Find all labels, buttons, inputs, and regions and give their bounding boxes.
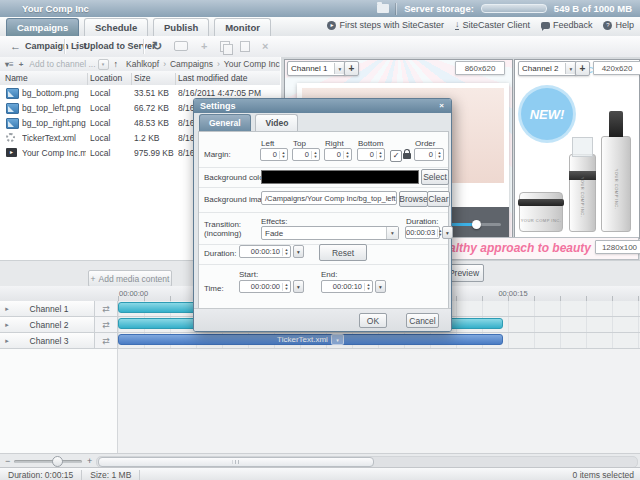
transition-duration-spinner[interactable]: 00:00:03 ▲▼ (405, 226, 440, 239)
add-media-content-button[interactable]: + Add media content (88, 270, 172, 287)
channel1-add-button[interactable]: + (344, 61, 359, 76)
zoom-in-button[interactable]: + (87, 456, 92, 466)
add-to-channel-dropdown[interactable]: Add to channel ... (29, 59, 95, 69)
resize-handle-icon[interactable]: ⇄ (95, 301, 118, 316)
chevron-down-icon[interactable]: ▾ (331, 334, 344, 345)
start-time-spinner[interactable]: 00:00:00 ▲▼ (239, 280, 291, 293)
ok-button[interactable]: OK (359, 313, 387, 328)
expand-icon[interactable]: ▸ (0, 321, 14, 329)
help-link[interactable]: ? Help (603, 20, 634, 30)
close-icon[interactable]: × (436, 100, 447, 111)
spinner-arrows[interactable]: ▲▼ (435, 151, 443, 159)
channel-row: ▸ Channel 3 ⇄ TickerText.xml ▾ (0, 333, 640, 349)
dialog-tab-video[interactable]: Video (255, 114, 298, 131)
column-header-name[interactable]: Name (5, 73, 28, 83)
chevron-down-icon[interactable]: ▾ (375, 280, 386, 293)
channel2-add-button[interactable]: + (575, 61, 590, 76)
column-header-modified[interactable]: Last modified date (178, 73, 247, 83)
server-storage-meter (481, 4, 547, 13)
tab-publish[interactable]: Publish (153, 18, 209, 36)
sitecaster-client-link[interactable]: ↓ SiteCaster Client (455, 20, 530, 30)
image-file-icon (6, 103, 19, 114)
order-spinner[interactable]: 0 ▲▼ (414, 148, 444, 161)
channel2-selector[interactable]: Channel 2 ▾ (518, 61, 577, 76)
reset-button[interactable]: Reset (319, 244, 367, 261)
channel3-lane[interactable]: TickerText.xml ▾ (118, 333, 640, 348)
tab-monitor[interactable]: Monitor (214, 18, 271, 36)
breadcrumb-item[interactable]: Campaigns (170, 59, 213, 69)
duration-spinner[interactable]: 00:00:10 ▲▼ (239, 245, 291, 258)
file-location: Local (90, 133, 130, 143)
margin-top-spinner[interactable]: 0 ▲▼ (292, 148, 320, 161)
spinner-arrows[interactable]: ▲▼ (364, 283, 372, 291)
ticker-media-bar[interactable]: TickerText.xml ▾ (118, 334, 503, 345)
expand-icon[interactable]: ▸ (0, 337, 14, 345)
chevron-down-icon[interactable]: ▾ (293, 245, 304, 258)
video-progress-handle[interactable] (472, 220, 481, 229)
tab-campaigns[interactable]: Campaigns (6, 18, 79, 36)
channel2-header[interactable]: ▸ Channel 2 (0, 317, 95, 332)
delete-button[interactable]: × (258, 38, 272, 54)
bg-color-swatch[interactable] (261, 170, 419, 184)
margin-bottom-spinner[interactable]: 0 ▲▼ (357, 148, 385, 161)
file-size: 975.99 KB (134, 148, 176, 158)
chevron-down-icon[interactable]: ▾ (386, 227, 398, 239)
copy-button[interactable] (216, 38, 234, 54)
spinner-arrows[interactable]: ▲▼ (311, 151, 319, 159)
divider (199, 264, 448, 265)
channel1-header[interactable]: ▸ Channel 1 (0, 301, 95, 316)
status-selection: 0 items selected (573, 470, 640, 480)
spinner-arrows[interactable]: ▲▼ (282, 248, 290, 256)
spinner-arrows[interactable]: ▲▼ (376, 151, 384, 159)
expand-icon[interactable]: ▸ (0, 305, 14, 313)
margin-link-checkbox[interactable]: ✓ (390, 150, 402, 162)
feedback-link[interactable]: Feedback (541, 20, 593, 30)
channel1-selector[interactable]: Channel 1 ▾ (287, 61, 346, 76)
upload-to-server-button[interactable]: ↑ Upload to Server (70, 38, 160, 54)
first-steps-link[interactable]: ▸ First steps with SiteCaster (327, 20, 444, 30)
resize-handle-icon[interactable]: ⇄ (95, 317, 118, 332)
ticker-size-label: 1280x100 (595, 240, 640, 254)
dialog-tab-general[interactable]: General (199, 114, 251, 131)
spinner-arrows[interactable]: ▲▼ (282, 283, 290, 291)
add-folder-icon[interactable]: + (19, 60, 24, 69)
chevron-down-icon[interactable]: ▾ (442, 226, 453, 239)
refresh-button[interactable]: ↻ (148, 38, 166, 54)
dialog-title-bar[interactable]: Settings × (194, 99, 451, 113)
up-level-icon[interactable]: ↑ (114, 59, 119, 69)
client-label: SiteCaster Client (462, 20, 530, 30)
margin-right-spinner[interactable]: 0 ▲▼ (324, 148, 352, 161)
file-table-header: Name Location Size Last modified date (0, 71, 280, 86)
channel3-header[interactable]: ▸ Channel 3 (0, 333, 95, 348)
add-media-label: Add media content (99, 274, 170, 284)
margin-left-spinner[interactable]: 0 ▲▼ (260, 148, 288, 161)
column-header-size[interactable]: Size (134, 73, 151, 83)
screen-icon (174, 41, 188, 51)
breadcrumb-item[interactable]: Kahlkopf (126, 59, 159, 69)
spinner-arrows[interactable]: ▲▼ (279, 151, 287, 159)
zoom-out-button[interactable]: − (5, 456, 10, 466)
select-color-button[interactable]: Select (421, 169, 449, 185)
clear-button[interactable]: Clear (427, 191, 450, 207)
add-button[interactable]: + (197, 38, 211, 54)
resize-handle-icon[interactable]: ⇄ (95, 333, 118, 348)
effects-select[interactable]: Fade ▾ (261, 226, 399, 240)
bg-image-input[interactable]: /Campaigns/Your Comp Inc/bg_top_left.png (261, 191, 397, 205)
end-time-spinner[interactable]: 00:00:10 ▲▼ (321, 280, 373, 293)
zoom-slider-track[interactable] (14, 460, 82, 463)
timeline-scrollbar-thumb[interactable] (98, 457, 374, 467)
column-header-location[interactable]: Location (90, 73, 122, 83)
storage-folder-icon[interactable] (377, 4, 389, 13)
browse-button[interactable]: Browse (399, 191, 428, 207)
chevron-down-icon[interactable]: ▾ (293, 280, 304, 293)
tab-schedule[interactable]: Schedule (84, 18, 148, 36)
chevron-down-icon[interactable]: ▾ (98, 59, 109, 70)
cancel-button[interactable]: Cancel (406, 313, 439, 328)
rename-button[interactable] (170, 38, 192, 54)
paste-button[interactable] (236, 38, 254, 54)
zoom-slider-handle[interactable] (52, 456, 63, 467)
time-label: Time: (204, 284, 224, 293)
breadcrumb-item[interactable]: Your Comp Inc (224, 59, 280, 69)
spinner-arrows[interactable]: ▲▼ (343, 151, 351, 159)
view-options-icon[interactable]: ▾≡ (5, 60, 14, 69)
